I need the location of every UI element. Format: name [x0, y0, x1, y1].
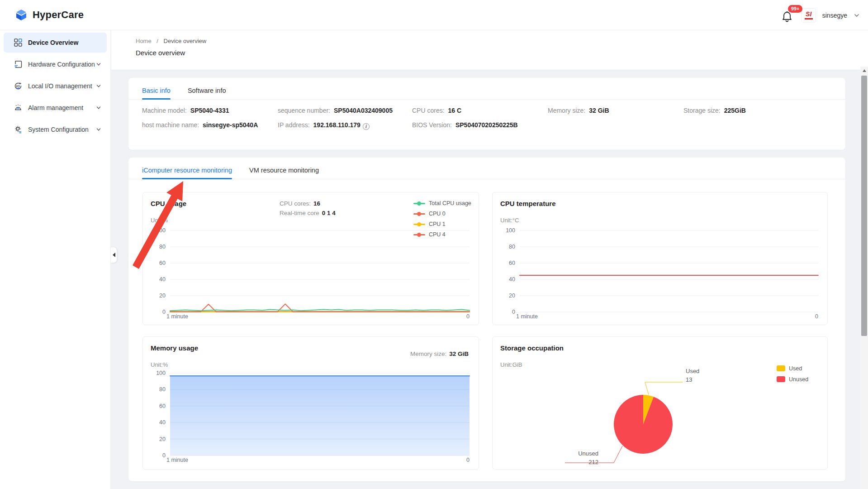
legend-cpu-0[interactable]: CPU 0	[413, 210, 471, 218]
username[interactable]: sinsegye	[822, 12, 847, 19]
sidebar-item-alarm-management[interactable]: Alarm management	[4, 98, 107, 118]
app-screen: HyperCare 99+ SI sinsegye	[0, 0, 868, 489]
cpu-temperature-chart: 0204060801001 minute0	[493, 192, 828, 326]
cpu-usage-legend: Total CPU usage CPU 0 CPU 1	[413, 199, 471, 239]
basic-info-card: Basic info Software info Machine model:S…	[128, 78, 845, 150]
brand-logo: HyperCare	[14, 7, 84, 23]
svg-text:20: 20	[509, 292, 515, 299]
gear-icon	[14, 125, 23, 134]
field-ip-address: IP address:192.168.110.179i	[278, 121, 412, 130]
field-cpu-cores: CPU cores:16 C	[412, 107, 548, 114]
svg-text:1 minute: 1 minute	[166, 457, 188, 463]
legend-marker	[413, 203, 425, 204]
legend-cpu-1[interactable]: CPU 1	[413, 220, 471, 228]
scrollbar-up-button[interactable]	[860, 67, 868, 74]
svg-text:0: 0	[815, 313, 818, 320]
chevron-down-icon	[96, 62, 101, 67]
svg-text:60: 60	[159, 403, 166, 409]
field-storage-size: Storage size:225GiB	[683, 107, 845, 114]
chevron-down-icon	[96, 127, 101, 132]
alarm-bell-icon	[14, 103, 23, 112]
svg-text:13: 13	[686, 376, 692, 383]
breadcrumb: Home / Device overview	[136, 38, 868, 44]
field-sequence-number: sequence number:SP5040A032409005	[278, 107, 412, 114]
ip-info-icon[interactable]: i	[363, 123, 370, 130]
cpu-usage-chart-card: 0204060801001 minute0 CPU usage CPU core…	[142, 192, 479, 325]
svg-text:100: 100	[156, 370, 166, 376]
field-host-machine-name: host machine name:sinsegye-sp5040A	[142, 121, 278, 130]
storage-legend: Used Unused	[777, 365, 808, 383]
unit-label: Unit:%	[151, 217, 168, 224]
svg-text:80: 80	[509, 244, 515, 250]
legend-cpu-4[interactable]: CPU 4	[413, 230, 471, 239]
legend-unused[interactable]: Unused	[777, 376, 808, 383]
memory-usage-chart-card: 0204060801001 minute0 Memory usage Memor…	[142, 336, 479, 470]
svg-text:Used: Used	[686, 368, 699, 374]
scroll-up-icon	[863, 69, 866, 72]
tab-vm-resource-monitoring[interactable]: VM resource monitoring	[249, 167, 319, 179]
sidebar-item-hardware-configuration[interactable]: Hardware Configuration	[4, 54, 107, 74]
notifications-button[interactable]: 99+	[782, 8, 795, 23]
legend-swatch	[777, 365, 785, 371]
chevron-down-icon	[96, 83, 101, 89]
svg-text:60: 60	[509, 260, 515, 266]
info-tabs: Basic info Software info	[128, 78, 845, 100]
chart-title: CPU usage	[151, 200, 186, 207]
monitoring-tabs: iComputer resource monitoring VM resourc…	[128, 158, 845, 179]
io-cycle-icon: I/O	[14, 82, 23, 91]
legend-total-cpu-usage[interactable]: Total CPU usage	[413, 199, 471, 207]
legend-swatch	[777, 376, 785, 382]
breadcrumb-current: Device overview	[164, 38, 207, 44]
svg-text:1 minute: 1 minute	[516, 313, 538, 320]
sidebar-item-system-configuration[interactable]: System Configuration	[4, 120, 107, 139]
user-avatar[interactable]: SI	[802, 8, 816, 23]
vertical-scrollbar	[860, 67, 868, 489]
breadcrumb-separator: /	[157, 38, 158, 44]
svg-text:40: 40	[159, 276, 166, 283]
hardware-board-icon	[14, 60, 23, 69]
chart-title: Storage occupation	[500, 344, 564, 352]
svg-text:100: 100	[156, 227, 166, 234]
sidebar-item-device-overview[interactable]: Device Overview	[4, 33, 107, 53]
device-info-grid: Machine model:SP5040-4331 sequence numbe…	[128, 100, 845, 130]
unit-label: Unit:GiB	[500, 361, 522, 368]
svg-text:20: 20	[159, 436, 166, 442]
user-menu-chevron-down-icon[interactable]	[854, 12, 860, 19]
grid-overview-icon	[14, 38, 23, 47]
unit-label: Unit:°C	[500, 217, 519, 224]
svg-text:0: 0	[512, 309, 515, 315]
legend-marker	[413, 234, 425, 235]
legend-marker	[413, 213, 425, 215]
unit-label: Unit:%	[151, 361, 168, 368]
charts-area: 0204060801001 minute0 CPU usage CPU core…	[128, 179, 845, 470]
sidebar-item-local-io-management[interactable]: I/O Local I/O management	[4, 76, 107, 96]
top-header: HyperCare 99+ SI sinsegye	[0, 0, 868, 30]
scrollbar-thumb[interactable]	[861, 76, 867, 336]
main-area: Home / Device overview Device overview B…	[111, 30, 868, 489]
svg-text:1 minute: 1 minute	[166, 313, 188, 320]
chart-title: Memory usage	[151, 344, 198, 352]
hypercare-logo-icon	[14, 7, 29, 23]
notification-badge: 99+	[788, 5, 803, 13]
tab-icomputer-resource-monitoring[interactable]: iComputer resource monitoring	[142, 167, 232, 179]
page-header: Home / Device overview Device overview	[111, 30, 868, 70]
svg-text:60: 60	[159, 260, 166, 266]
field-bios-version: BIOS Version:SP50407020250225B	[412, 121, 548, 130]
tab-basic-info[interactable]: Basic info	[142, 87, 171, 99]
storage-occupation-pie-chart: Used13Unused212	[493, 337, 828, 470]
svg-text:40: 40	[159, 419, 166, 426]
legend-marker	[413, 224, 425, 225]
field-machine-model: Machine model:SP5040-4331	[142, 107, 278, 114]
page-title: Device overview	[136, 49, 868, 57]
svg-text:20: 20	[159, 292, 166, 299]
resource-monitoring-card: iComputer resource monitoring VM resourc…	[128, 158, 845, 481]
legend-used[interactable]: Used	[777, 365, 808, 372]
svg-text:80: 80	[159, 244, 166, 250]
tab-software-info[interactable]: Software info	[188, 87, 226, 99]
svg-text:100: 100	[506, 227, 515, 234]
brand-name: HyperCare	[33, 9, 84, 21]
svg-text:Unused: Unused	[578, 450, 598, 457]
sidebar-collapse-handle[interactable]	[111, 247, 117, 263]
svg-text:40: 40	[509, 276, 515, 283]
breadcrumb-home-link[interactable]: Home	[136, 38, 152, 44]
